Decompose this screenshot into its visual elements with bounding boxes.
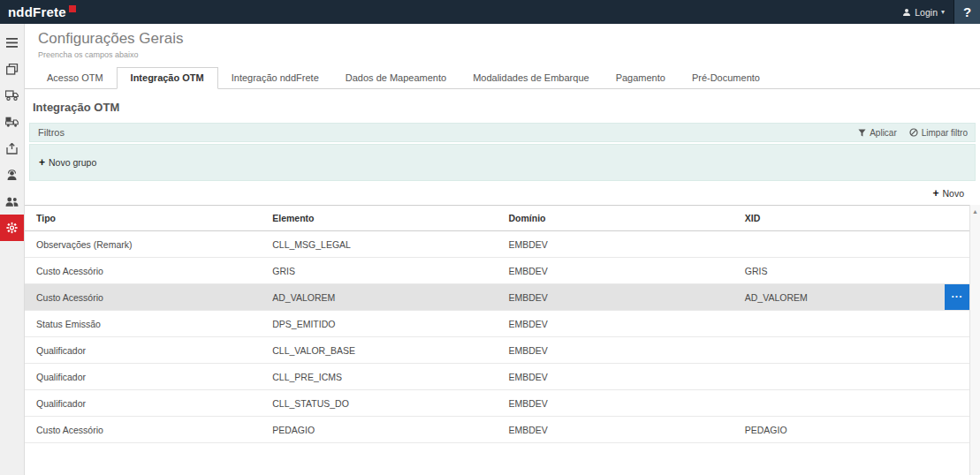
cell-tipo: Qualificador <box>25 398 261 409</box>
brand-red-square-icon <box>69 5 76 12</box>
table-row[interactable]: QualificadorCLL_PRE_ICMSEMBDEV <box>25 364 969 390</box>
cell-tipo: Status Emissão <box>25 319 261 329</box>
cell-dominio: EMBDEV <box>498 319 733 329</box>
clear-filter-button[interactable]: Limpar filtro <box>909 128 968 138</box>
support-icon <box>6 170 18 181</box>
sidebar <box>0 24 25 475</box>
funnel-icon <box>858 129 866 137</box>
table-row[interactable]: Custo AcessórioAD_VALOREMEMBDEVAD_VALORE… <box>25 284 969 311</box>
help-button[interactable]: ? <box>953 0 980 24</box>
cell-dominio: EMBDEV <box>498 292 733 303</box>
new-group-button[interactable]: + Novo grupo <box>39 157 96 168</box>
sidebar-item-transport[interactable] <box>0 82 24 109</box>
table-row[interactable]: QualificadorCLL_STATUS_DOEMBDEV <box>25 390 969 417</box>
tab-integra-o-nddfrete[interactable]: Integração nddFrete <box>218 68 332 88</box>
cell-tipo: Custo Acessório <box>25 266 261 276</box>
login-label: Login <box>915 7 938 18</box>
scroll-up-arrow-icon[interactable]: ▲ <box>970 205 980 217</box>
shell: Configurações Gerais Preencha os campos … <box>0 24 980 475</box>
section-title: Integração OTM <box>33 101 980 114</box>
cell-elemento: GRIS <box>261 266 497 276</box>
clear-filter-icon <box>909 128 918 137</box>
tab-integra-o-otm[interactable]: Integração OTM <box>117 67 218 89</box>
cell-xid: AD_VALOREM <box>733 292 969 303</box>
cell-tipo: Qualificador <box>25 345 261 356</box>
menu-icon <box>6 38 18 48</box>
plus-icon: + <box>932 188 938 199</box>
column-header-dom-nio[interactable]: Domínio <box>498 213 733 223</box>
sidebar-item-export[interactable] <box>0 135 24 162</box>
sidebar-item-documents[interactable] <box>0 56 24 82</box>
top-bar: nddFrete Login ▾ ? <box>0 0 980 24</box>
cell-dominio: EMBDEV <box>498 266 733 276</box>
cell-tipo: Observações (Remark) <box>25 239 261 250</box>
vertical-scrollbar[interactable]: ▲ <box>969 205 980 475</box>
column-header-xid[interactable]: XID <box>733 213 969 223</box>
main-content: Configurações Gerais Preencha os campos … <box>25 24 980 475</box>
table-area: TipoElementoDomínioXID Observações (Rema… <box>25 205 980 475</box>
column-header-tipo[interactable]: Tipo <box>25 213 261 223</box>
settings-icon <box>5 222 19 234</box>
clear-filter-label: Limpar filtro <box>922 128 968 138</box>
brand-logo: nddFrete <box>0 4 76 19</box>
sidebar-item-support[interactable] <box>0 162 24 188</box>
tab-acesso-otm[interactable]: Acesso OTM <box>34 68 117 88</box>
cell-elemento: CLL_MSG_LEGAL <box>261 239 497 250</box>
cell-tipo: Custo Acessório <box>25 425 261 435</box>
filters-label: Filtros <box>38 127 65 138</box>
new-button[interactable]: + Novo <box>932 188 964 199</box>
table-header-row: TipoElementoDomínioXID <box>25 205 969 231</box>
row-actions-button[interactable]: ... <box>945 284 969 310</box>
help-label: ? <box>963 4 971 19</box>
users-icon <box>5 197 19 207</box>
tab-pagamento[interactable]: Pagamento <box>603 68 679 88</box>
cell-elemento: CLL_PRE_ICMS <box>261 372 497 382</box>
page-header: Configurações Gerais Preencha os campos … <box>25 24 980 59</box>
tab-pr-documento[interactable]: Pré-Documento <box>679 68 773 88</box>
cell-dominio: EMBDEV <box>498 372 733 382</box>
apply-filter-button[interactable]: Aplicar <box>858 128 897 138</box>
truck-icon <box>5 90 19 101</box>
filters-actions: Aplicar Limpar filtro <box>858 128 968 138</box>
table-row[interactable]: Status EmissãoDPS_EMITIDOEMBDEV <box>25 311 969 337</box>
tab-dados-de-mapeamento[interactable]: Dados de Mapeamento <box>332 68 460 88</box>
sidebar-item-fleet[interactable] <box>0 109 24 135</box>
sidebar-item-users[interactable] <box>0 188 24 215</box>
chevron-down-icon: ▾ <box>941 8 945 16</box>
new-row: + Novo <box>25 181 980 205</box>
cell-tipo: Qualificador <box>25 372 261 382</box>
cell-elemento: CLL_VALOR_BASE <box>261 345 497 356</box>
page-subtitle: Preencha os campos abaixo <box>38 50 980 59</box>
cell-dominio: EMBDEV <box>498 398 733 409</box>
cell-elemento: PEDAGIO <box>261 425 497 435</box>
new-label: Novo <box>942 188 964 199</box>
tabs: Acesso OTMIntegração OTMIntegração nddFr… <box>25 68 980 89</box>
app-window: nddFrete Login ▾ ? <box>0 0 980 475</box>
table-row[interactable]: Custo AcessórioGRISEMBDEVGRIS <box>25 258 969 284</box>
page-title: Configurações Gerais <box>38 30 980 48</box>
login-menu[interactable]: Login ▾ <box>893 0 953 24</box>
fleet-icon <box>5 117 19 127</box>
plus-icon: + <box>39 157 45 168</box>
column-header-elemento[interactable]: Elemento <box>261 213 497 223</box>
cell-xid: GRIS <box>733 266 969 276</box>
table-row[interactable]: QualificadorCLL_VALOR_BASEEMBDEV <box>25 337 969 364</box>
new-group-label: Novo grupo <box>49 157 96 168</box>
new-group-band: + Novo grupo <box>29 144 976 181</box>
table-row[interactable]: Custo AcessórioPEDAGIOEMBDEVPEDAGIO <box>25 417 969 443</box>
cell-elemento: CLL_STATUS_DO <box>261 398 497 409</box>
table-row[interactable]: Observações (Remark)CLL_MSG_LEGALEMBDEV <box>25 231 969 258</box>
cell-dominio: EMBDEV <box>498 345 733 356</box>
export-icon <box>6 143 18 155</box>
cell-elemento: AD_VALOREM <box>261 292 497 303</box>
filters-bar: Filtros Aplicar Limpar filtro <box>29 123 976 142</box>
user-icon <box>902 8 911 17</box>
cell-xid: PEDAGIO <box>733 425 969 435</box>
table-body: Observações (Remark)CLL_MSG_LEGALEMBDEVC… <box>25 231 969 443</box>
sidebar-item-menu[interactable] <box>0 29 24 56</box>
sidebar-item-settings[interactable] <box>0 215 24 241</box>
cell-elemento: DPS_EMITIDO <box>261 319 497 329</box>
cell-tipo: Custo Acessório <box>25 292 261 303</box>
tab-modalidades-de-embarque[interactable]: Modalidades de Embarque <box>460 68 602 88</box>
data-table: TipoElementoDomínioXID Observações (Rema… <box>25 205 969 443</box>
